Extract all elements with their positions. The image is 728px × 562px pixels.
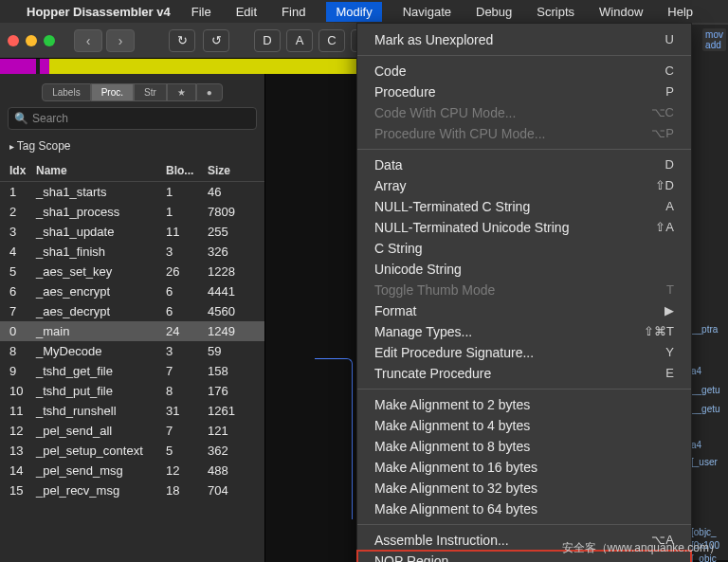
cell-size: 158 [208,364,255,378]
reload-button[interactable]: ↻ [169,29,195,52]
table-row[interactable]: 14_pel_send_msg12488 [0,461,264,480]
cell-blo: 8 [166,384,208,398]
menu-item-make-alignment-to-64-bytes[interactable]: Make Alignment to 64 bytes [357,499,691,519]
cell-size: 46 [208,185,255,199]
menu-item-data[interactable]: DataD [357,154,691,175]
table-row[interactable]: 10_tshd_put_file8176 [0,381,264,401]
menu-file[interactable]: File [188,3,215,21]
menu-item-make-alignment-to-4-bytes[interactable]: Make Alignment to 4 bytes [357,415,691,436]
zoom-window-button[interactable] [44,35,55,46]
search-input[interactable]: 🔍 Search [8,107,257,130]
segment-4[interactable]: ● [196,83,223,101]
menu-separator [357,55,691,56]
menu-item-shortcut: E [665,366,674,381]
segment-1[interactable]: Proc. [91,83,134,101]
col-blocks[interactable]: Blo... [166,164,208,177]
peek-line: __ptra [691,324,718,335]
cell-name: _main [36,324,166,338]
cell-name: _sha1_starts [36,185,166,199]
segment-magenta-2[interactable] [40,59,49,74]
menu-item-shortcut: C [665,63,674,79]
table-row[interactable]: 3_sha1_update11255 [0,222,264,242]
menu-item-null-terminated-unicode-string[interactable]: NULL-Terminated Unicode String⇧A [357,217,691,238]
segment-magenta[interactable] [0,59,36,74]
mode-a-button[interactable]: A [286,29,313,52]
col-name[interactable]: Name [36,164,166,177]
cell-idx: 8 [9,344,36,358]
cell-idx: 7 [9,304,36,318]
menu-edit[interactable]: Edit [232,3,261,21]
tag-scope-toggle[interactable]: Tag Scope [0,134,264,158]
close-window-button[interactable] [8,35,19,46]
menu-item-unicode-string[interactable]: Unicode String [357,259,691,280]
col-size[interactable]: Size [208,164,255,177]
filter-segments: LabelsProc.Str★● [8,83,257,101]
cell-name: _sha1_process [36,205,166,219]
cell-idx: 4 [9,245,36,259]
menu-item-edit-procedure-signature[interactable]: Edit Procedure Signature...Y [357,342,691,363]
menu-navigate[interactable]: Navigate [399,3,455,21]
menu-scripts[interactable]: Scripts [533,3,578,21]
table-row[interactable]: 9_tshd_get_file7158 [0,361,264,381]
segment-2[interactable]: Str [134,83,167,101]
table-row[interactable]: 12_pel_send_all7121 [0,421,264,441]
table-row[interactable]: 6_aes_encrypt64441 [0,281,264,301]
cell-idx: 13 [9,444,36,458]
menu-item-make-alignment-to-16-bytes[interactable]: Make Alignment to 16 bytes [357,457,691,478]
nav-forward-button[interactable]: › [106,29,135,52]
table-row[interactable]: 13_pel_setup_context5362 [0,441,264,461]
modify-menu-dropdown: Mark as UnexploredUCodeCProcedurePCode W… [356,23,692,562]
menu-item-truncate-procedure[interactable]: Truncate ProcedureE [357,363,691,384]
table-row[interactable]: 8_MyDecode359 [0,341,264,361]
table-row[interactable]: 7_aes_decrypt64560 [0,301,264,321]
menu-item-procedure-with-cpu-mode: Procedure With CPU Mode...⌥P [357,123,691,144]
menu-find[interactable]: Find [278,3,309,21]
menu-item-label: Make Alignment to 8 bytes [374,439,530,454]
cell-idx: 11 [9,404,36,418]
col-idx[interactable]: Idx [9,164,36,177]
menu-item-null-terminated-c-string[interactable]: NULL-Terminated C StringA [357,196,691,217]
cell-idx: 3 [9,225,36,239]
menu-debug[interactable]: Debug [472,3,516,21]
table-row[interactable]: 15_pel_recv_msg18704 [0,480,264,500]
table-row[interactable]: 2_sha1_process17809 [0,202,264,222]
minimize-window-button[interactable] [26,35,37,46]
menu-item-mark-as-unexplored[interactable]: Mark as UnexploredU [357,29,691,50]
menu-item-shortcut: ▶ [664,303,674,318]
menu-item-make-alignment-to-32-bytes[interactable]: Make Alignment to 32 bytes [357,478,691,499]
stop-button[interactable]: ↺ [203,29,229,52]
cell-size: 121 [208,424,255,438]
menu-help[interactable]: Help [664,3,697,21]
cell-blo: 5 [166,444,208,458]
menu-item-format[interactable]: Format▶ [357,300,691,321]
menu-item-array[interactable]: Array⇧D [357,175,691,196]
menu-item-shortcut: ⇧A [655,220,674,235]
search-placeholder: Search [32,112,68,125]
segment-3[interactable]: ★ [167,83,196,101]
menu-item-code[interactable]: CodeC [357,61,691,82]
menu-item-procedure[interactable]: ProcedureP [357,82,691,102]
watermark: 安全客（www.anquanke.com） [562,540,720,556]
mode-d-button[interactable]: D [254,29,281,52]
menu-item-c-string[interactable]: C String [357,238,691,259]
table-row[interactable]: 11_tshd_runshell311261 [0,401,264,421]
mode-c-button[interactable]: C [318,29,345,52]
menu-item-make-alignment-to-8-bytes[interactable]: Make Alignment to 8 bytes [357,436,691,457]
menu-item-label: Manage Types... [374,324,472,339]
window-controls [8,35,55,46]
menu-item-label: Data [374,157,403,172]
nav-back-button[interactable]: ‹ [74,29,102,52]
table-row[interactable]: 5_aes_set_key261228 [0,262,264,281]
menu-modify[interactable]: Modify [326,2,381,22]
cell-name: _sha1_update [36,225,166,239]
table-row[interactable]: 0_main241249 [0,321,264,341]
cell-blo: 3 [166,245,208,259]
menu-item-manage-types[interactable]: Manage Types...⇧⌘T [357,321,691,342]
menu-item-make-alignment-to-2-bytes[interactable]: Make Alignment to 2 bytes [357,394,691,415]
table-row[interactable]: 1_sha1_starts146 [0,182,264,202]
table-row[interactable]: 4_sha1_finish3326 [0,242,264,262]
cell-idx: 10 [9,384,36,398]
menu-window[interactable]: Window [595,3,646,21]
cell-blo: 12 [166,463,208,478]
segment-0[interactable]: Labels [42,83,90,101]
